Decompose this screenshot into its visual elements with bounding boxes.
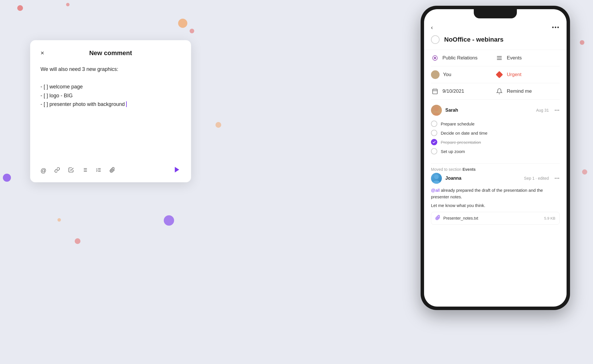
check-circle-1[interactable] — [431, 121, 437, 127]
check-text-3: Prepare presentation — [441, 140, 481, 145]
phone-shell: ‹ ••• NoOffice - webinars — [421, 6, 570, 310]
assignee-avatar — [431, 70, 440, 79]
decorative-dot — [164, 215, 174, 226]
decorative-dot — [178, 19, 187, 28]
dialog-body[interactable]: We will also need 3 new graphics: - [ ] … — [41, 65, 181, 157]
joanna-more[interactable]: ••• — [555, 176, 560, 181]
joanna-header: Joanna Sep 1 · edited ••• — [431, 173, 560, 184]
check-circle-4[interactable] — [431, 148, 437, 154]
meta-row-date: 9/10/2021 Remind me — [431, 83, 560, 100]
check-item-1[interactable]: Prepare schedule — [431, 119, 560, 128]
meta-left-assignee: You — [431, 70, 495, 79]
category-label[interactable]: Events — [507, 55, 522, 61]
sarah-more[interactable]: ••• — [555, 108, 560, 113]
decorative-dot — [580, 40, 584, 45]
comments-section: Sarah Aug 31 ••• Prepare schedule D — [424, 100, 567, 164]
check-text-4: Set up zoom — [441, 149, 465, 154]
assignee-label[interactable]: You — [443, 72, 451, 78]
decorative-dot — [3, 174, 11, 182]
check-item-3[interactable]: Prepare presentation — [431, 138, 560, 147]
sarah-time: Aug 31 — [536, 108, 549, 113]
decorative-dot — [582, 169, 587, 175]
svg-point-24 — [433, 181, 440, 184]
decorative-dot — [190, 29, 194, 33]
comment-sarah: Sarah Aug 31 ••• Prepare schedule D — [431, 100, 560, 164]
sarah-checklist: Prepare schedule Decide on date and time — [431, 119, 560, 156]
joanna-comment: Joanna Sep 1 · edited ••• @all already p… — [424, 173, 567, 229]
check-item-2[interactable]: Decide on date and time — [431, 128, 560, 138]
check-item-4[interactable]: Set up zoom — [431, 147, 560, 156]
comment-dialog: × New comment We will also need 3 new gr… — [30, 40, 191, 182]
meta-left-date: 9/10/2021 — [431, 87, 495, 95]
dialog-title: New comment — [89, 49, 132, 57]
meta-row-section: Public Relations Events — [431, 50, 560, 66]
svg-point-22 — [433, 113, 440, 116]
joanna-avatar — [431, 173, 442, 184]
more-button[interactable]: ••• — [552, 24, 560, 31]
joanna-text2: Let me know what you think. — [431, 202, 560, 209]
priority-icon — [495, 71, 503, 79]
decorative-dot — [66, 3, 70, 6]
attachment-size: 5.9 KB — [544, 216, 555, 220]
svg-point-11 — [434, 57, 436, 59]
decorative-dot — [215, 122, 221, 128]
list-button[interactable] — [82, 167, 88, 174]
decorative-dot — [57, 218, 61, 222]
mention-button[interactable]: @ — [41, 167, 46, 174]
check-circle-2[interactable] — [431, 130, 437, 136]
sarah-avatar — [431, 105, 442, 116]
task-checkbox[interactable] — [431, 35, 440, 44]
svg-point-23 — [434, 175, 439, 179]
dialog-toolbar: @ — [41, 166, 181, 175]
dialog-header: × New comment — [41, 49, 181, 57]
attachment-name: Presenter_notes.txt — [443, 216, 541, 220]
moved-section: Events — [463, 167, 476, 172]
send-button[interactable] — [173, 166, 181, 175]
due-date-label[interactable]: 9/10/2021 — [442, 88, 464, 94]
category-icon — [495, 54, 503, 62]
phone-wrapper: ‹ ••• NoOffice - webinars — [421, 6, 570, 310]
attachment-button[interactable] — [109, 167, 115, 174]
link-button[interactable] — [54, 167, 60, 174]
decorative-dot — [17, 5, 23, 11]
meta-right-category: Events — [495, 54, 560, 62]
task-title-row: NoOffice - webinars — [424, 33, 567, 50]
phone-header: ‹ ••• — [424, 20, 567, 33]
svg-marker-9 — [175, 167, 179, 173]
svg-point-16 — [432, 76, 438, 79]
meta-left-section: Public Relations — [431, 54, 495, 62]
section-label[interactable]: Public Relations — [442, 55, 478, 61]
meta-row-assignee: You Urgent — [431, 66, 560, 83]
meta-right-remind: Remind me — [495, 87, 560, 95]
joanna-name: Joanna — [445, 176, 461, 181]
close-button[interactable]: × — [41, 49, 44, 57]
meta-section: Public Relations Events — [424, 50, 567, 100]
phone-screen: ‹ ••• NoOffice - webinars — [424, 9, 567, 307]
sarah-header: Sarah Aug 31 ••• — [431, 105, 560, 116]
remind-label[interactable]: Remind me — [507, 88, 532, 94]
phone-content[interactable]: ‹ ••• NoOffice - webinars — [424, 20, 567, 307]
moved-label: Moved to section Events — [424, 164, 567, 173]
calendar-icon — [431, 87, 439, 95]
check-text-2: Decide on date and time — [441, 131, 488, 135]
attachment[interactable]: Presenter_notes.txt 5.9 KB — [431, 212, 560, 225]
meta-right-priority: Urgent — [495, 71, 560, 79]
back-button[interactable]: ‹ — [431, 24, 433, 31]
decorative-dot — [75, 238, 80, 244]
section-icon — [431, 54, 439, 62]
task-title: NoOffice - webinars — [444, 36, 504, 43]
checklist-button[interactable] — [68, 167, 74, 174]
svg-point-21 — [434, 107, 439, 111]
svg-point-15 — [434, 72, 437, 75]
attachment-icon — [435, 215, 440, 222]
joanna-text: @all already prepared the draft of the p… — [431, 187, 560, 200]
phone-notch — [474, 9, 517, 18]
svg-rect-17 — [433, 89, 438, 94]
check-text-1: Prepare schedule — [441, 121, 475, 126]
mention-all: @all — [431, 188, 440, 193]
remind-icon — [495, 87, 503, 95]
joanna-time: Sep 1 · edited — [524, 176, 549, 181]
ordered-list-button[interactable] — [96, 167, 101, 174]
check-circle-3[interactable] — [431, 139, 437, 145]
priority-label[interactable]: Urgent — [507, 72, 521, 78]
